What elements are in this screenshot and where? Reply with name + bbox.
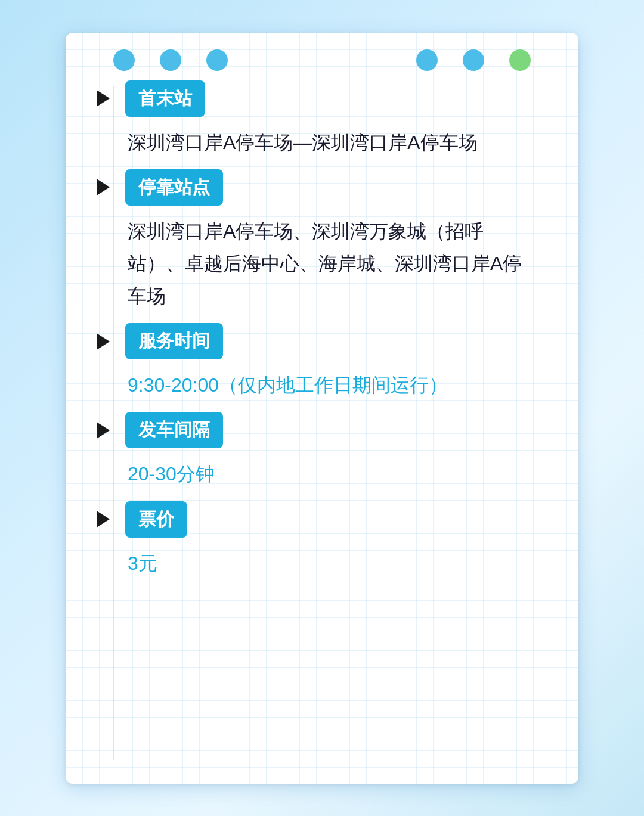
hole-5: [463, 49, 484, 71]
content-stops: 深圳湾口岸A停车场、深圳湾万象城（招呼站）、卓越后海中心、海岸城、深圳湾口岸A停…: [125, 215, 531, 312]
section-stops: 停靠站点 深圳湾口岸A停车场、深圳湾万象城（招呼站）、卓越后海中心、海岸城、深圳…: [125, 169, 531, 312]
notebook-card: 首末站 深圳湾口岸A停车场—深圳湾口岸A停车场 停靠站点 深圳湾口岸A停车场、深…: [66, 33, 578, 784]
hole-3: [206, 49, 228, 71]
section-header-first-last-stop: 首末站: [125, 80, 531, 117]
tag-first-last-stop: 首末站: [125, 80, 205, 117]
arrow-icon-5: [97, 511, 110, 528]
holes-left: [113, 49, 228, 71]
section-first-last-stop: 首末站 深圳湾口岸A停车场—深圳湾口岸A停车场: [125, 80, 531, 159]
hole-2: [160, 49, 181, 71]
section-header-stops: 停靠站点: [125, 169, 531, 206]
content-first-last-stop: 深圳湾口岸A停车场—深圳湾口岸A停车场: [125, 126, 531, 159]
tag-price: 票价: [125, 501, 187, 538]
hole-4: [416, 49, 438, 71]
section-header-interval: 发车间隔: [125, 412, 531, 448]
hole-1: [113, 49, 135, 71]
arrow-icon-2: [97, 179, 110, 196]
content-service-time: 9:30-20:00（仅内地工作日期间运行）: [125, 369, 531, 401]
section-service-time: 服务时间 9:30-20:00（仅内地工作日期间运行）: [125, 323, 531, 401]
arrow-icon-4: [97, 422, 110, 439]
content-price: 3元: [125, 547, 531, 579]
section-header-price: 票价: [125, 501, 531, 538]
holes-right: [416, 49, 531, 71]
arrow-icon-1: [97, 90, 110, 107]
section-header-service-time: 服务时间: [125, 323, 531, 359]
tag-service-time: 服务时间: [125, 323, 223, 359]
hole-6: [509, 49, 531, 71]
arrow-icon-3: [97, 333, 110, 350]
hole-punches: [66, 49, 578, 71]
section-interval: 发车间隔 20-30分钟: [125, 412, 531, 490]
tag-stops: 停靠站点: [125, 169, 223, 206]
tag-interval: 发车间隔: [125, 412, 223, 448]
content-interval: 20-30分钟: [125, 458, 531, 490]
section-price: 票价 3元: [125, 501, 531, 579]
